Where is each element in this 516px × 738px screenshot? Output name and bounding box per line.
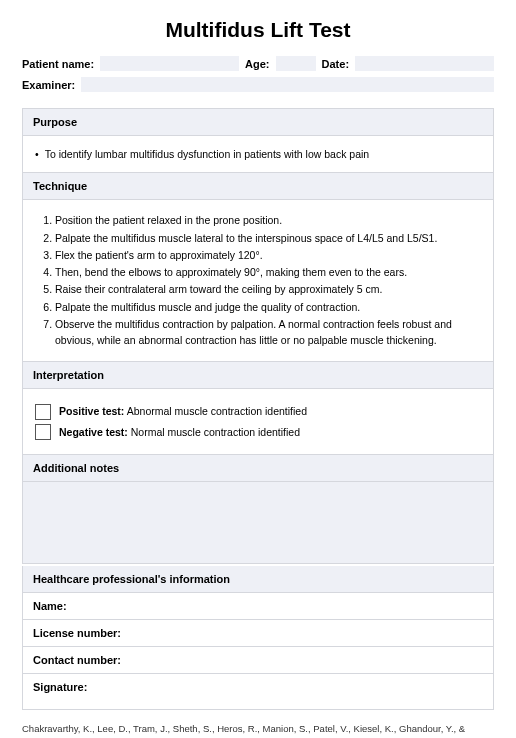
date-label: Date: (322, 58, 350, 70)
technique-body: Position the patient relaxed in the pron… (22, 200, 494, 362)
notes-textarea[interactable] (22, 482, 494, 564)
notes-header: Additional notes (22, 455, 494, 482)
technique-step: Flex the patient's arm to approximately … (55, 247, 479, 263)
positive-label: Positive test: (59, 405, 124, 417)
page-title: Multifidus Lift Test (22, 18, 494, 42)
purpose-item: To identify lumbar multifidus dysfunctio… (35, 148, 369, 160)
age-label: Age: (245, 58, 269, 70)
interpretation-body: Positive test: Abnormal muscle contracti… (22, 389, 494, 455)
technique-step: Palpate the multifidus muscle lateral to… (55, 230, 479, 246)
technique-step: Then, bend the elbows to approximately 9… (55, 264, 479, 280)
technique-header: Technique (22, 173, 494, 200)
patient-row-1: Patient name: Age: Date: (22, 56, 494, 71)
purpose-header: Purpose (22, 108, 494, 136)
hp-license-cell[interactable]: License number: (23, 619, 494, 646)
purpose-body: To identify lumbar multifidus dysfunctio… (22, 136, 494, 173)
examiner-label: Examiner: (22, 79, 75, 91)
technique-step: Observe the multifidus contraction by pa… (55, 316, 479, 349)
interpretation-header: Interpretation (22, 362, 494, 389)
technique-step: Palpate the multifidus muscle and judge … (55, 299, 479, 315)
hp-header: Healthcare professional's information (22, 566, 494, 593)
positive-checkbox[interactable] (35, 404, 51, 420)
patient-name-input[interactable] (100, 56, 239, 71)
reference: Chakravarthy, K., Lee, D., Tram, J., She… (22, 722, 494, 738)
patient-name-label: Patient name: (22, 58, 94, 70)
negative-desc: Normal muscle contraction identified (128, 426, 300, 438)
positive-desc: Abnormal muscle contraction identified (124, 405, 307, 417)
technique-list: Position the patient relaxed in the pron… (37, 212, 479, 348)
technique-step: Raise their contralateral arm toward the… (55, 281, 479, 297)
negative-label: Negative test: (59, 426, 128, 438)
age-input[interactable] (276, 56, 316, 71)
hp-name-cell[interactable]: Name: (23, 593, 494, 620)
hp-contact-cell[interactable]: Contact number: (23, 646, 494, 673)
patient-row-2: Examiner: (22, 77, 494, 92)
negative-checkbox[interactable] (35, 424, 51, 440)
date-input[interactable] (355, 56, 494, 71)
hp-table: Name: License number: Contact number: Si… (22, 593, 494, 710)
positive-test-row: Positive test: Abnormal muscle contracti… (35, 403, 481, 419)
negative-test-row: Negative test: Normal muscle contraction… (35, 424, 481, 440)
hp-signature-cell[interactable]: Signature: (23, 673, 494, 709)
examiner-input[interactable] (81, 77, 494, 92)
technique-step: Position the patient relaxed in the pron… (55, 212, 479, 228)
